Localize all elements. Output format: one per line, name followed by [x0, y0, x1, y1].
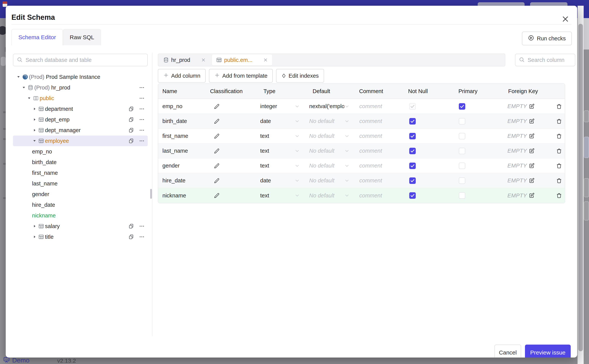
- edit-fk-icon[interactable]: [529, 148, 535, 154]
- add-from-template-button[interactable]: Add from template: [209, 69, 273, 83]
- tree-column-first_name[interactable]: first_name: [13, 168, 148, 178]
- tree-item-department[interactable]: department: [13, 104, 148, 114]
- copy-icon[interactable]: [128, 127, 134, 133]
- tab-raw-sql[interactable]: Raw SQL: [63, 29, 101, 45]
- comment-input[interactable]: comment: [357, 114, 403, 129]
- tree-item-public[interactable]: public: [13, 93, 148, 104]
- delete-column-icon[interactable]: [556, 192, 562, 199]
- add-column-button[interactable]: Add column: [158, 69, 206, 83]
- copy-icon[interactable]: [128, 223, 134, 229]
- close-tab-icon[interactable]: [201, 58, 206, 62]
- type-select[interactable]: integer: [254, 99, 304, 114]
- default-select[interactable]: No default: [304, 188, 357, 203]
- copy-icon[interactable]: [128, 106, 134, 112]
- delete-column-icon[interactable]: [556, 178, 562, 184]
- pencil-icon[interactable]: [214, 178, 220, 183]
- run-checks-button[interactable]: Run checks: [522, 32, 572, 45]
- delete-column-icon[interactable]: [556, 133, 562, 139]
- caret-right-icon[interactable]: [32, 118, 37, 122]
- comment-input[interactable]: comment: [357, 129, 403, 143]
- tree-item-salary[interactable]: salary: [13, 221, 148, 232]
- more-options-icon[interactable]: [139, 223, 145, 229]
- tree-column-hire_date[interactable]: hire_date: [13, 200, 148, 210]
- comment-input[interactable]: comment: [357, 188, 403, 203]
- tree-item-Prod Sample Instance[interactable]: (Prod) Prod Sample Instance: [13, 72, 148, 82]
- checkbox[interactable]: [459, 192, 465, 199]
- default-select[interactable]: No default: [304, 173, 357, 188]
- column-name-cell[interactable]: birth_date: [158, 114, 205, 129]
- checkbox-checked[interactable]: [409, 162, 416, 169]
- tree-item-hr_prod[interactable]: (Prod) hr_prod: [13, 82, 148, 93]
- checkbox[interactable]: [459, 118, 465, 124]
- tree-column-nickname[interactable]: nickname: [13, 210, 148, 221]
- tree-item-title[interactable]: title: [13, 232, 148, 242]
- column-name-cell[interactable]: hire_date: [158, 173, 205, 188]
- pencil-icon[interactable]: [214, 118, 220, 124]
- tree-item-dept_emp[interactable]: dept_emp: [13, 114, 148, 125]
- more-options-icon[interactable]: [139, 106, 145, 112]
- checkbox[interactable]: [459, 148, 465, 154]
- column-name-cell[interactable]: gender: [158, 158, 205, 173]
- edit-fk-icon[interactable]: [529, 104, 535, 109]
- pencil-icon[interactable]: [214, 148, 220, 154]
- more-options-icon[interactable]: [139, 234, 145, 240]
- sidebar-scrollbar-thumb[interactable]: [150, 189, 152, 199]
- tree-column-gender[interactable]: gender: [13, 189, 148, 200]
- caret-down-icon[interactable]: [26, 96, 32, 100]
- checkbox-checked[interactable]: [409, 148, 416, 154]
- pencil-icon[interactable]: [214, 193, 220, 198]
- edit-fk-icon[interactable]: [529, 163, 535, 169]
- delete-column-icon[interactable]: [556, 163, 562, 169]
- close-icon[interactable]: [561, 15, 569, 23]
- caret-right-icon[interactable]: [32, 107, 37, 111]
- caret-right-icon[interactable]: [32, 235, 37, 239]
- column-name-cell[interactable]: emp_no: [158, 99, 205, 114]
- default-select[interactable]: No default: [304, 158, 357, 173]
- more-options-icon[interactable]: [139, 138, 145, 144]
- default-select[interactable]: nextval('employ: [304, 99, 357, 114]
- column-name-cell[interactable]: first_name: [158, 129, 205, 143]
- delete-column-icon[interactable]: [556, 118, 562, 124]
- default-select[interactable]: No default: [304, 143, 357, 158]
- more-options-icon[interactable]: [139, 95, 145, 101]
- default-select[interactable]: No default: [304, 114, 357, 129]
- type-select[interactable]: text: [254, 143, 304, 158]
- checkbox[interactable]: [459, 133, 465, 139]
- checkbox-checked[interactable]: [459, 103, 465, 110]
- checkbox[interactable]: [459, 177, 465, 184]
- page-scrollbar-thumb[interactable]: [578, 24, 583, 351]
- checkbox[interactable]: [459, 162, 465, 169]
- edit-fk-icon[interactable]: [529, 178, 535, 183]
- type-select[interactable]: text: [254, 129, 304, 143]
- edit-fk-icon[interactable]: [529, 193, 535, 198]
- tab-hr-prod[interactable]: hr_prod: [159, 54, 210, 65]
- column-name-cell[interactable]: nickname: [158, 188, 205, 203]
- tree-column-last_name[interactable]: last_name: [13, 178, 148, 189]
- more-options-icon[interactable]: [139, 85, 145, 91]
- pencil-icon[interactable]: [214, 133, 220, 139]
- checkbox-checked[interactable]: [409, 177, 416, 184]
- type-select[interactable]: text: [254, 158, 304, 173]
- tree-search-input[interactable]: [25, 57, 144, 63]
- caret-right-icon[interactable]: [32, 128, 37, 132]
- preview-issue-button[interactable]: Preview issue: [525, 344, 571, 358]
- checkbox-checked[interactable]: [409, 192, 416, 199]
- edit-fk-icon[interactable]: [529, 133, 535, 139]
- copy-icon[interactable]: [128, 117, 134, 122]
- caret-right-icon[interactable]: [32, 224, 37, 228]
- cancel-button[interactable]: Cancel: [495, 344, 521, 358]
- pencil-icon[interactable]: [214, 104, 220, 109]
- column-name-cell[interactable]: last_name: [158, 143, 205, 158]
- type-select[interactable]: text: [254, 188, 304, 203]
- type-select[interactable]: date: [254, 173, 304, 188]
- type-select[interactable]: date: [254, 114, 304, 129]
- tree-column-emp_no[interactable]: emp_no: [13, 146, 148, 157]
- comment-input[interactable]: comment: [357, 173, 403, 188]
- tab-schema-editor[interactable]: Schema Editor: [11, 29, 63, 45]
- tree-item-employee[interactable]: employee: [13, 136, 148, 146]
- default-select[interactable]: No default: [304, 129, 357, 143]
- pencil-icon[interactable]: [214, 163, 220, 169]
- close-tab-icon[interactable]: [263, 58, 268, 62]
- column-search-input[interactable]: [527, 57, 577, 63]
- tree-item-dept_manager[interactable]: dept_manager: [13, 125, 148, 136]
